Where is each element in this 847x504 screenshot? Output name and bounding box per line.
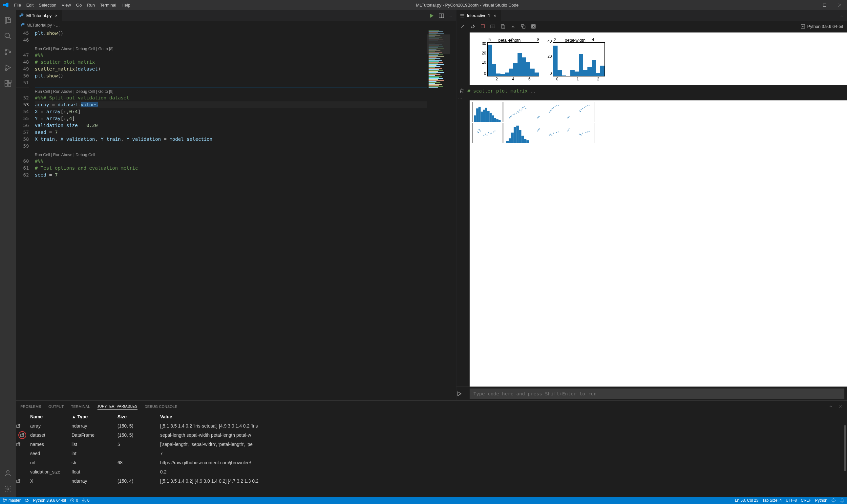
svg-point-75: [480, 131, 481, 131]
interrupt-kernel-icon[interactable]: [481, 24, 485, 29]
extensions-icon[interactable]: [0, 75, 16, 91]
search-icon[interactable]: [0, 28, 16, 44]
header-value[interactable]: Value: [160, 414, 265, 419]
status-tabsize[interactable]: Tab Size: 4: [762, 498, 782, 503]
menu-run[interactable]: Run: [84, 1, 97, 10]
delete-cell-icon[interactable]: [461, 24, 465, 29]
goto-code-icon[interactable]: [459, 88, 464, 93]
tab-label: MLTutorial.py: [26, 13, 52, 18]
svg-point-124: [832, 499, 835, 502]
run-debug-icon[interactable]: [0, 60, 16, 75]
status-lang[interactable]: Python: [815, 498, 827, 503]
more-actions-icon[interactable]: ···: [449, 13, 452, 18]
run-input-icon[interactable]: [456, 391, 470, 396]
status-sync[interactable]: [24, 498, 29, 503]
svg-rect-31: [496, 119, 499, 122]
table-row[interactable]: validation_sizefloat0.2: [16, 467, 847, 476]
more-actions-icon[interactable]: ···: [840, 13, 843, 18]
svg-point-70: [589, 105, 589, 106]
collapsed-ellipsis[interactable]: ···: [456, 95, 847, 101]
kernel-selector[interactable]: Python 3.9.6 64-bit: [800, 24, 843, 29]
panel-scrollbar[interactable]: [844, 412, 847, 497]
accounts-icon[interactable]: [0, 465, 16, 481]
table-row[interactable]: arrayndarray(150, 5)[[5.1 3.5 1.4 0.2 'I…: [16, 421, 847, 431]
menu-selection[interactable]: Selection: [36, 1, 59, 10]
status-encoding[interactable]: UTF-8: [786, 498, 797, 503]
table-row[interactable]: datasetDataFrame(150, 5)sepal-length sep…: [16, 431, 847, 440]
var-type: float: [72, 469, 118, 474]
status-branch[interactable]: master: [3, 498, 21, 503]
table-row[interactable]: Xndarray(150, 4)[[5.1 3.5 1.4 0.2] [4.9 …: [16, 476, 847, 486]
code-content[interactable]: plt.show() Run Cell | Run Above | Debug …: [35, 29, 427, 400]
status-eol[interactable]: CRLF: [801, 498, 811, 503]
status-bell-icon[interactable]: [840, 498, 844, 503]
export-icon[interactable]: [511, 24, 516, 29]
restart-kernel-icon[interactable]: [470, 24, 475, 29]
svg-point-84: [483, 135, 484, 136]
variables-icon[interactable]: [490, 24, 495, 29]
header-type[interactable]: ▲ Type: [72, 414, 118, 419]
var-type: str: [72, 460, 118, 465]
panel-tab-terminal[interactable]: TERMINAL: [71, 403, 90, 410]
svg-point-48: [523, 107, 524, 108]
menu-terminal[interactable]: Terminal: [97, 1, 119, 10]
split-editor-icon[interactable]: [439, 13, 444, 18]
tab-interactive[interactable]: Interactive-1 ×: [456, 10, 501, 21]
panel-close-icon[interactable]: [838, 404, 842, 409]
panel-tab-output[interactable]: OUTPUT: [49, 403, 64, 410]
save-icon[interactable]: [501, 24, 505, 29]
tab-mltutorial[interactable]: MLTutorial.py ×: [16, 10, 62, 21]
svg-point-126: [834, 500, 834, 500]
close-button[interactable]: [832, 0, 847, 10]
settings-gear-icon[interactable]: [0, 481, 16, 497]
codelens-3[interactable]: Run Cell | Run Above | Debug Cell: [35, 151, 427, 158]
table-row[interactable]: urlstr68https://raw.githubusercontent.co…: [16, 458, 847, 467]
header-size[interactable]: Size: [118, 414, 160, 419]
run-cell-icon[interactable]: [429, 13, 434, 18]
table-row[interactable]: seedint7: [16, 449, 847, 458]
breadcrumb[interactable]: MLTutorial.py › ...: [16, 21, 456, 29]
source-control-icon[interactable]: [0, 44, 16, 60]
codelens-2[interactable]: Run Cell | Run Above | Debug Cell | Go t…: [35, 88, 427, 94]
show-data-viewer-icon[interactable]: [16, 479, 29, 484]
menu-view[interactable]: View: [59, 1, 73, 10]
explorer-icon[interactable]: [0, 13, 16, 28]
maximize-button[interactable]: [817, 0, 832, 10]
code-input[interactable]: [470, 389, 845, 399]
collapse-icon[interactable]: [531, 24, 536, 29]
menu-edit[interactable]: Edit: [24, 1, 36, 10]
menu-file[interactable]: File: [12, 1, 24, 10]
status-python[interactable]: Python 3.9.6 64-bit: [33, 498, 66, 503]
close-icon[interactable]: ×: [492, 13, 498, 18]
svg-point-58: [558, 105, 559, 106]
svg-point-106: [568, 130, 569, 131]
show-data-viewer-icon[interactable]: [16, 423, 29, 429]
minimap[interactable]: [427, 29, 456, 400]
svg-point-71: [580, 111, 581, 112]
expand-icon[interactable]: [521, 24, 526, 29]
window-title: MLTutorial.py - PyCon2019Booth - Visual …: [133, 3, 802, 7]
panel-tab-jupyter-variables[interactable]: JUPYTER: VARIABLES: [97, 403, 138, 410]
panel-tab-problems[interactable]: PROBLEMS: [20, 403, 41, 410]
panel-maximize-icon[interactable]: [829, 404, 833, 409]
minimize-button[interactable]: [802, 0, 817, 10]
show-data-viewer-icon[interactable]: [16, 442, 29, 447]
codelens-1[interactable]: Run Cell | Run Above | Debug Cell | Go t…: [35, 45, 427, 52]
var-size: 5: [118, 442, 160, 447]
status-cursor[interactable]: Ln 53, Col 23: [735, 498, 758, 503]
header-name[interactable]: Name: [29, 414, 72, 419]
var-name: array: [29, 423, 72, 429]
status-problems[interactable]: 0 0: [70, 498, 89, 503]
svg-point-112: [585, 132, 586, 133]
menu-help[interactable]: Help: [119, 1, 133, 10]
show-data-viewer-icon[interactable]: [18, 431, 26, 439]
editor-group-right: Interactive-1 × ···: [456, 10, 847, 400]
code-editor[interactable]: 45 46 47 48 49 50 51 52 53 54 55 56: [16, 29, 456, 400]
status-feedback-icon[interactable]: [831, 498, 836, 503]
table-row[interactable]: nameslist5['sepal-length', 'sepal-width'…: [16, 440, 847, 449]
svg-point-115: [580, 134, 581, 135]
panel-tab-debug-console[interactable]: DEBUG CONSOLE: [145, 403, 178, 410]
menu-go[interactable]: Go: [73, 1, 84, 10]
breadcrumb-chevron: ›: [53, 23, 54, 28]
close-icon[interactable]: ×: [54, 13, 59, 18]
